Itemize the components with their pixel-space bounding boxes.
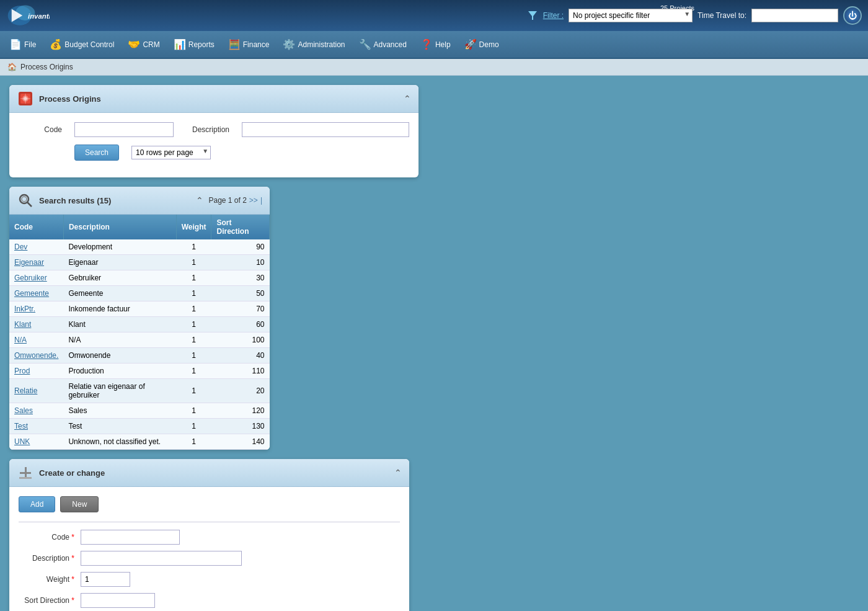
help-icon: ❓ [420, 38, 433, 50]
results-table: Code Description Weight Sort Direction D… [9, 215, 270, 450]
table-cell-code: Gebruiker [9, 270, 63, 286]
svg-line-12 [27, 202, 32, 207]
table-cell-weight: 1 [176, 270, 211, 286]
table-row: Eigenaar Eigenaar 1 10 [9, 255, 270, 270]
code-link[interactable]: Test [14, 422, 28, 430]
power-button[interactable]: ⏻ [843, 6, 862, 25]
time-travel-input[interactable] [751, 9, 838, 22]
create-weight-input[interactable] [81, 572, 130, 587]
table-cell-code: Omwonende. [9, 348, 63, 363]
col-weight: Weight [176, 215, 211, 239]
nav-label-budget-control: Budget Control [64, 40, 114, 49]
table-cell-sort: 40 [211, 348, 270, 363]
nav-item-budget-control[interactable]: 💰 Budget Control [43, 35, 120, 54]
code-link[interactable]: Prod [14, 367, 30, 375]
home-icon: 🏠 [7, 63, 17, 71]
pagination-next[interactable]: >> [249, 196, 258, 205]
description-label: Description [186, 125, 229, 134]
create-description-input[interactable] [81, 551, 242, 566]
add-button[interactable]: Add [19, 496, 55, 512]
create-sort-input[interactable] [81, 593, 155, 608]
nav-item-file[interactable]: 📄 File [3, 35, 42, 54]
table-row: InkPtr. Inkomende factuur 1 70 [9, 301, 270, 317]
table-cell-code: Gemeente [9, 286, 63, 301]
nav-item-administration[interactable]: ⚙️ Administration [277, 35, 351, 54]
code-link[interactable]: Eigenaar [14, 258, 44, 267]
table-cell-code: Test [9, 419, 63, 434]
admin-icon: ⚙️ [283, 38, 295, 50]
table-cell-sort: 10 [211, 255, 270, 270]
results-table-container: Code Description Weight Sort Direction D… [9, 215, 270, 450]
create-code-input[interactable] [81, 530, 180, 545]
code-link[interactable]: InkPtr. [14, 305, 35, 313]
svg-text:invantive: invantive [28, 12, 50, 20]
description-form-row: Description * [19, 551, 400, 566]
search-panel-collapse[interactable]: ⌃ [404, 94, 411, 104]
table-cell-sort: 140 [211, 434, 270, 450]
nav-item-advanced[interactable]: 🔧 Advanced [353, 35, 413, 54]
pagination-last[interactable]: | [260, 196, 262, 205]
table-cell-code: Klant [9, 317, 63, 332]
table-cell-description: Development [63, 239, 176, 255]
rows-per-page-container: 10 rows per page 25 rows per page 50 row… [131, 146, 211, 159]
table-cell-description: Sales [63, 403, 176, 419]
main-content: Process Origins ⌃ Code Description Searc… [0, 85, 868, 611]
table-cell-code: Relatie [9, 379, 63, 403]
action-buttons: Add New [19, 496, 400, 512]
code-link[interactable]: Gebruiker [14, 274, 47, 282]
nav-item-finance[interactable]: 🧮 Finance [222, 35, 276, 54]
create-panel-collapse[interactable]: ⌃ [394, 468, 402, 478]
search-button[interactable]: Search [74, 145, 119, 161]
weight-form-row: Weight * [19, 572, 400, 587]
code-link[interactable]: Relatie [14, 386, 37, 395]
new-button[interactable]: New [60, 496, 99, 512]
nav-item-reports[interactable]: 📊 Reports [167, 35, 221, 54]
col-code: Code [9, 215, 63, 239]
table-cell-code: UNK [9, 434, 63, 450]
search-panel-title: Process Origins [39, 94, 399, 104]
table-cell-sort: 100 [211, 332, 270, 348]
table-cell-description: Gebruiker [63, 270, 176, 286]
code-link[interactable]: UNK [14, 437, 30, 446]
table-cell-weight: 1 [176, 348, 211, 363]
nav-label-finance: Finance [243, 40, 270, 49]
table-cell-description: Klant [63, 317, 176, 332]
table-cell-description: Eigenaar [63, 255, 176, 270]
code-link[interactable]: N/A [14, 336, 27, 344]
code-required: * [71, 533, 74, 542]
results-panel-collapse[interactable]: ⌃ [196, 195, 203, 205]
filter-link[interactable]: Filter : [543, 11, 564, 20]
top-bar: invantive 25 Projects Filter : No projec… [0, 0, 868, 31]
table-cell-weight: 1 [176, 419, 211, 434]
results-panel: Search results (15) ⌃ Page 1 of 2 >> | C… [9, 187, 270, 450]
create-icon [17, 464, 34, 481]
sort-required: * [71, 596, 74, 605]
code-link[interactable]: Gemeente [14, 289, 49, 298]
pagination: Page 1 of 2 >> | [208, 196, 262, 205]
nav-item-crm[interactable]: 🤝 CRM [122, 35, 166, 54]
rows-per-page-select[interactable]: 10 rows per page 25 rows per page 50 row… [131, 146, 211, 159]
filter-select[interactable]: No project specific filter [569, 9, 693, 22]
nav-label-demo: Demo [479, 40, 499, 49]
nav-label-file: File [24, 40, 36, 49]
code-search-input[interactable] [74, 122, 174, 137]
nav-item-demo[interactable]: 🚀 Demo [458, 35, 505, 54]
description-search-input[interactable] [242, 122, 409, 137]
filter-icon [527, 10, 538, 21]
nav-label-advanced: Advanced [374, 40, 407, 49]
code-link[interactable]: Sales [14, 406, 33, 415]
code-link[interactable]: Omwonende. [14, 351, 58, 360]
table-row: N/A N/A 1 100 [9, 332, 270, 348]
create-panel-title: Create or change [39, 468, 389, 478]
table-cell-sort: 130 [211, 419, 270, 434]
code-link[interactable]: Dev [14, 243, 27, 251]
table-cell-sort: 30 [211, 270, 270, 286]
reports-icon: 📊 [174, 38, 186, 50]
form-divider [19, 522, 400, 522]
results-panel-title: Search results (15) [39, 196, 191, 205]
nav-item-help[interactable]: ❓ Help [414, 35, 457, 54]
code-link[interactable]: Klant [14, 320, 31, 329]
file-icon: 📄 [9, 38, 22, 50]
nav-label-administration: Administration [298, 40, 345, 49]
svg-rect-15 [25, 467, 27, 478]
